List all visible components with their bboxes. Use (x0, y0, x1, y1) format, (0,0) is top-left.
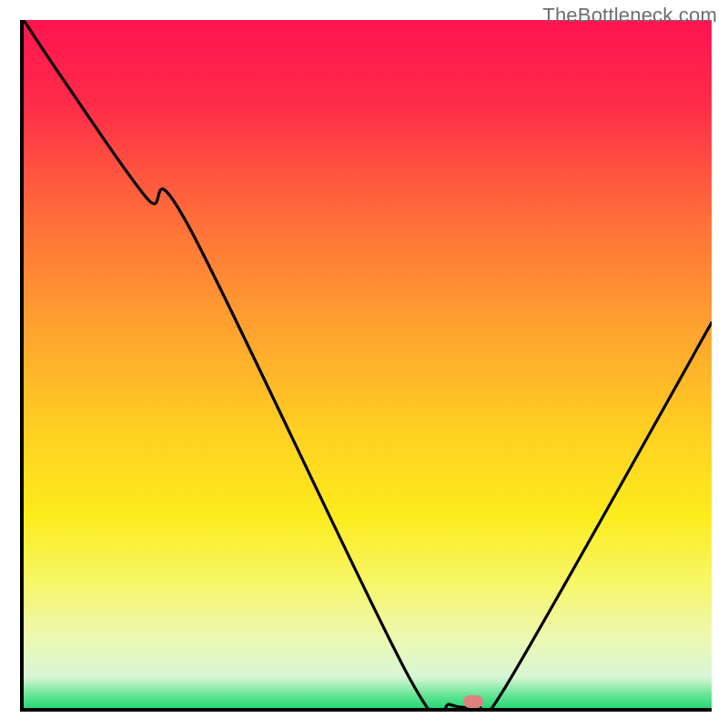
bottleneck-curve (24, 20, 712, 708)
optimal-point-marker (463, 695, 483, 708)
chart-container: TheBottleneck.com (0, 0, 728, 728)
plot-area (20, 20, 712, 712)
watermark-text: TheBottleneck.com (542, 4, 717, 27)
